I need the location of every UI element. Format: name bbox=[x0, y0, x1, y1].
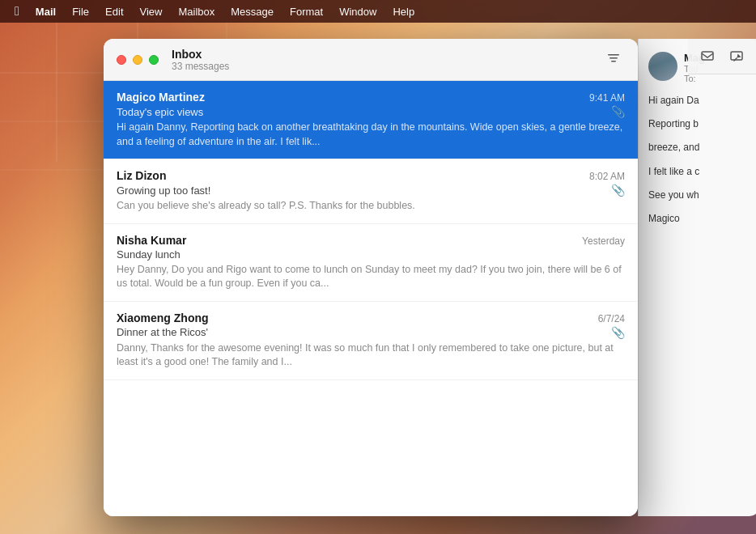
menubar-item-mailbox[interactable]: Mailbox bbox=[170, 0, 223, 23]
menubar-item-window[interactable]: Window bbox=[331, 0, 384, 23]
window-title: Inbox bbox=[172, 48, 602, 61]
message-sender: Xiaomeng Zhong bbox=[117, 312, 209, 324]
preview-body-line1: Hi again Da bbox=[648, 93, 750, 108]
menubar-item-help[interactable]: Help bbox=[384, 0, 423, 23]
menubar-item-file[interactable]: File bbox=[64, 0, 97, 23]
message-subject: Dinner at the Ricos' bbox=[117, 326, 208, 338]
sender-avatar bbox=[648, 52, 677, 81]
window-toolbar-actions bbox=[688, 39, 756, 74]
attachment-icon: 📎 bbox=[611, 184, 625, 197]
message-time: Yesterday bbox=[582, 235, 625, 247]
menubar-item-message[interactable]: Message bbox=[223, 0, 282, 23]
svg-rect-8 bbox=[611, 61, 616, 62]
svg-rect-9 bbox=[702, 52, 713, 60]
message-list[interactable]: Magico Martinez 9:41 AM Today's epic vie… bbox=[104, 81, 638, 516]
message-preview: Danny, Thanks for the awesome evening! I… bbox=[117, 341, 625, 370]
message-subject: Growing up too fast! bbox=[117, 184, 210, 197]
close-button[interactable] bbox=[117, 55, 126, 65]
compose-button[interactable] bbox=[694, 44, 720, 70]
compose-icon bbox=[699, 49, 716, 65]
message-sender: Liz Dizon bbox=[117, 169, 166, 182]
preview-body-line6: Magico bbox=[648, 211, 750, 227]
message-sender: Magico Martinez bbox=[117, 91, 205, 104]
message-time: 9:41 AM bbox=[589, 92, 625, 104]
titlebar-actions bbox=[602, 49, 625, 71]
preview-body: Hi again Da Reporting b breeze, and I fe… bbox=[648, 93, 750, 227]
new-message-icon bbox=[728, 49, 745, 65]
menubar-item-mail[interactable]: Mail bbox=[28, 0, 64, 23]
message-time: 8:02 AM bbox=[589, 171, 625, 182]
traffic-lights bbox=[117, 55, 159, 65]
preview-body-line3: breeze, and bbox=[648, 140, 750, 155]
apple-logo-icon:  bbox=[15, 4, 19, 19]
svg-rect-6 bbox=[608, 54, 619, 56]
window-titlebar: Inbox 33 messages bbox=[104, 39, 638, 81]
maximize-button[interactable] bbox=[149, 55, 159, 65]
mail-window: Inbox 33 messages Magico Martinez 9:41 A… bbox=[104, 39, 638, 516]
message-subject: Today's epic views bbox=[117, 106, 203, 118]
message-count: 33 messages bbox=[172, 61, 602, 72]
menubar-item-view[interactable]: View bbox=[132, 0, 171, 23]
message-sender: Nisha Kumar bbox=[117, 234, 186, 247]
svg-rect-7 bbox=[609, 57, 618, 59]
menubar-item-format[interactable]: Format bbox=[282, 0, 331, 23]
email-preview-panel: Mag Tod To: Hi again Da Reporting b bree… bbox=[638, 39, 756, 516]
preview-body-line5: See you wh bbox=[648, 188, 750, 203]
minimize-button[interactable] bbox=[133, 55, 142, 65]
titlebar-info: Inbox 33 messages bbox=[172, 48, 602, 72]
message-row[interactable]: Magico Martinez 9:41 AM Today's epic vie… bbox=[104, 81, 638, 159]
message-preview: Can you believe she's already so tall? P… bbox=[117, 199, 625, 214]
preview-body-line4: I felt like a c bbox=[648, 164, 750, 180]
message-subject: Sunday lunch bbox=[117, 248, 181, 261]
message-row[interactable]: Xiaomeng Zhong 6/7/24 Dinner at the Rico… bbox=[104, 302, 638, 380]
menubar-item-edit[interactable]: Edit bbox=[97, 0, 131, 23]
attachment-icon: 📎 bbox=[611, 105, 625, 118]
filter-icon bbox=[606, 51, 621, 69]
message-row[interactable]: Nisha Kumar Yesterday Sunday lunch Hey D… bbox=[104, 224, 638, 302]
message-preview: Hey Danny, Do you and Rigo want to come … bbox=[117, 263, 625, 291]
attachment-icon: 📎 bbox=[611, 326, 625, 339]
message-time: 6/7/24 bbox=[598, 313, 625, 324]
new-message-button[interactable] bbox=[724, 44, 750, 70]
message-row[interactable]: Liz Dizon 8:02 AM Growing up too fast! 📎… bbox=[104, 159, 638, 224]
message-preview: Hi again Danny, Reporting back on anothe… bbox=[117, 121, 625, 149]
apple-menu[interactable]:  bbox=[6, 0, 28, 23]
menubar:  Mail File Edit View Mailbox Message Fo… bbox=[0, 0, 756, 23]
filter-button[interactable] bbox=[602, 49, 625, 71]
preview-body-line2: Reporting b bbox=[648, 117, 750, 132]
preview-to: To: bbox=[684, 74, 705, 83]
